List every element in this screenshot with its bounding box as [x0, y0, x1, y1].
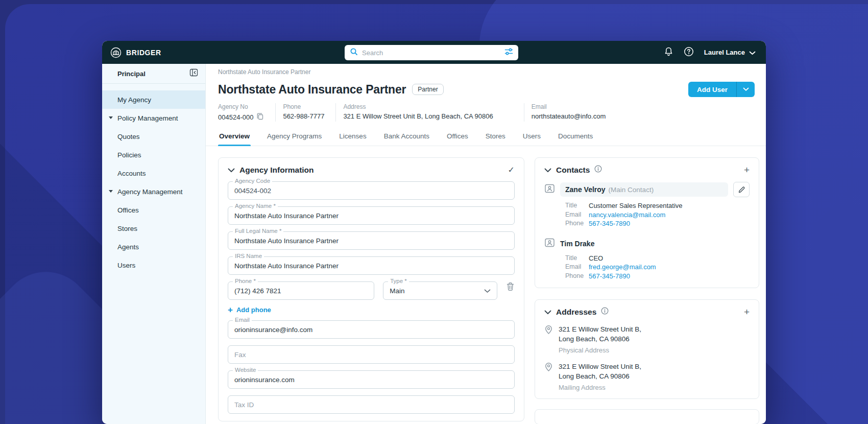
copy-icon[interactable] [256, 112, 264, 122]
user-menu[interactable]: Laurel Lance [704, 48, 756, 57]
sidebar: Principal My Agency Policy Management Qu… [102, 64, 206, 424]
tax-id-field[interactable]: Tax ID [228, 395, 515, 414]
contact-row-tim-drake: Tim Drake [544, 238, 750, 250]
agency-code-field[interactable]: Agency Code 004524-002 [228, 181, 515, 200]
sidebar-item-users[interactable]: Users [102, 256, 205, 274]
section-title: Addresses [556, 308, 596, 317]
sidebar-item-policies[interactable]: Policies [102, 146, 205, 164]
page-title: Northstate Auto Insurance Partner [218, 83, 406, 97]
sidebar-item-my-agency[interactable]: My Agency [102, 90, 205, 109]
search-bar[interactable] [345, 45, 518, 60]
brand: BRIDGER [110, 47, 161, 58]
sidebar-item-quotes[interactable]: Quotes [102, 127, 205, 146]
page-header: Northstate Auto Insurance Partner Partne… [206, 76, 766, 97]
tab-agency-programs[interactable]: Agency Programs [266, 128, 323, 146]
app-window: BRIDGER [102, 41, 766, 424]
address-cell: Address 321 E Willow Street Unit B, Long… [335, 103, 523, 122]
add-contact-button[interactable]: + [744, 167, 750, 174]
search-input[interactable] [362, 49, 500, 57]
tab-documents[interactable]: Documents [557, 128, 594, 146]
address-item-physical: 321 E Willow Street Unit B, Long Beach, … [544, 324, 750, 354]
info-icon[interactable] [594, 165, 602, 175]
help-icon[interactable] [684, 46, 694, 59]
user-name: Laurel Lance [704, 49, 745, 56]
phone-field[interactable]: Phone * (712) 426 7821 [228, 281, 374, 300]
main-contact-highlight: Zane Velroy (Main Contact) [560, 182, 728, 197]
phone-type-select[interactable]: Type * Main [383, 281, 497, 300]
tab-overview[interactable]: Overview [218, 128, 251, 146]
top-bar: BRIDGER [102, 41, 766, 64]
top-bar-actions: Laurel Lance [664, 46, 756, 59]
contact-details: TitleCEO Emailfred.george@mail.com Phone… [565, 254, 750, 281]
notifications-bell-icon[interactable] [664, 46, 673, 59]
website-field[interactable]: Website orioninsurance.com [228, 370, 515, 389]
search-icon [350, 48, 358, 58]
email-cell: Email northstateauto@info.com [524, 103, 617, 122]
contact-card-icon [544, 238, 555, 250]
chevron-down-icon [743, 87, 749, 91]
add-phone-link[interactable]: + Add phone [228, 306, 515, 314]
sidebar-item-offices[interactable]: Offices [102, 201, 205, 219]
address-type-label: Physical Address [559, 346, 641, 354]
irs-name-field[interactable]: IRS Name Northstate Auto Insurance Partn… [228, 256, 515, 275]
triangle-down-icon [109, 190, 113, 193]
section-title: Contacts [556, 166, 590, 175]
partial-card [535, 409, 759, 424]
collapse-sidebar-icon[interactable] [189, 68, 198, 79]
phone-cell: Phone 562-988-7777 [275, 103, 335, 122]
tab-stores[interactable]: Stores [485, 128, 507, 146]
contact-phone-link[interactable]: 567-345-7890 [589, 219, 630, 228]
address-item-mailing: 321 E Willow Street Unit B, Long Beach, … [544, 362, 750, 391]
sidebar-item-agents[interactable]: Agents [102, 238, 205, 256]
tab-bank-accounts[interactable]: Bank Accounts [383, 128, 430, 146]
plus-icon: + [228, 307, 233, 313]
contact-details: TitleCustomer Sales Representative Email… [565, 201, 750, 228]
collapse-section-icon[interactable] [544, 166, 551, 175]
search-filter-icon[interactable] [504, 48, 513, 58]
add-user-button[interactable]: Add User [688, 82, 736, 97]
map-pin-icon [544, 362, 553, 391]
agency-no-cell: Agency No 004524-000 [218, 103, 275, 122]
contact-row-zane-velroy: Zane Velroy (Main Contact) [544, 182, 750, 197]
bridger-logo-icon [110, 47, 122, 58]
map-pin-icon [544, 325, 553, 354]
collapse-section-icon[interactable] [544, 308, 551, 317]
contact-email-link[interactable]: fred.george@mail.com [589, 263, 656, 272]
triangle-down-icon [109, 116, 113, 119]
contact-email-link[interactable]: nancy.valencia@mail.com [589, 210, 665, 220]
info-icon[interactable] [601, 307, 609, 317]
addresses-card: Addresses + [535, 299, 759, 399]
agency-information-card: Agency Information ✓ Agency Code 004524-… [218, 157, 524, 421]
pencil-icon [738, 186, 745, 194]
sidebar-nav: My Agency Policy Management Quotes Polic… [102, 84, 205, 274]
main-content: Northstate Auto Insurance Partner Norths… [206, 64, 766, 424]
full-legal-name-field[interactable]: Full Legal Name * Northstate Auto Insura… [228, 231, 515, 250]
chevron-down-icon [484, 286, 491, 295]
collapse-section-icon[interactable] [228, 166, 235, 175]
sidebar-item-stores[interactable]: Stores [102, 219, 205, 238]
partner-badge: Partner [412, 84, 443, 95]
add-user-split-button: Add User [688, 82, 755, 97]
sidebar-item-agency-management[interactable]: Agency Management [102, 182, 205, 201]
contact-card-icon [544, 183, 555, 196]
section-title: Agency Information [239, 166, 314, 175]
contact-phone-link[interactable]: 567-345-7890 [589, 272, 630, 281]
sidebar-item-accounts[interactable]: Accounts [102, 164, 205, 182]
add-user-dropdown-button[interactable] [736, 82, 755, 97]
email-field[interactable]: Email orioninsurance@info.com [228, 320, 515, 339]
tab-users[interactable]: Users [522, 128, 542, 146]
address-type-label: Mailing Address [559, 384, 641, 391]
breadcrumb: Northstate Auto Insurance Partner [206, 64, 766, 76]
check-icon: ✓ [508, 165, 515, 175]
tab-bar: Overview Agency Programs Licenses Bank A… [206, 128, 766, 146]
delete-phone-icon[interactable] [506, 282, 515, 293]
tab-offices[interactable]: Offices [446, 128, 469, 146]
contacts-card: Contacts + [535, 157, 759, 288]
sidebar-item-policy-management[interactable]: Policy Management [102, 109, 205, 127]
edit-contact-button[interactable] [733, 182, 750, 197]
add-address-button[interactable]: + [744, 309, 750, 316]
tab-licenses[interactable]: Licenses [338, 128, 367, 146]
agency-name-field[interactable]: Agency Name * Northstate Auto Insurance … [228, 206, 515, 225]
chevron-down-icon [749, 48, 756, 57]
fax-field[interactable]: Fax [228, 345, 515, 364]
